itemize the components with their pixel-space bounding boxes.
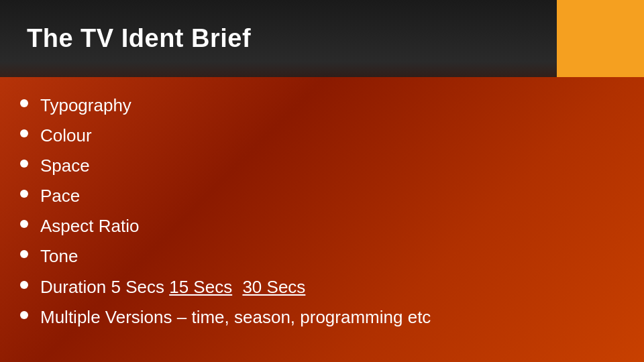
duration-link-30[interactable]: 30 Secs — [242, 277, 305, 297]
bullet-dot — [20, 220, 28, 228]
bullet-dot — [20, 190, 28, 198]
list-item-space: Space — [20, 154, 624, 178]
item-text: Aspect Ratio — [40, 215, 624, 238]
bullet-dot — [20, 129, 28, 137]
content-area: Typography Colour Space Pace Aspect Rati… — [20, 94, 624, 349]
item-text: Pace — [40, 184, 624, 208]
duration-text: Duration 5 Secs — [40, 277, 169, 297]
list-item-colour: Colour — [20, 124, 624, 147]
bullet-dot — [20, 250, 28, 258]
item-text: Duration 5 Secs 15 Secs 30 Secs — [40, 276, 624, 299]
list-item-aspect-ratio: Aspect Ratio — [20, 215, 624, 238]
list-item-duration: Duration 5 Secs 15 Secs 30 Secs — [20, 276, 624, 299]
bullet-dot — [20, 99, 28, 107]
item-text: Colour — [40, 124, 624, 147]
item-text: Typography — [40, 94, 624, 117]
list-item-typography: Typography — [20, 94, 624, 117]
item-text: Space — [40, 154, 624, 178]
list-item-tone: Tone — [20, 245, 624, 268]
page-title: The TV Ident Brief — [27, 24, 251, 53]
list-item-pace: Pace — [20, 184, 624, 208]
bullet-dot — [20, 311, 28, 319]
header-bar: The TV Ident Brief — [0, 0, 557, 77]
accent-rectangle — [557, 0, 644, 77]
item-text: Multiple Versions – time, season, progra… — [40, 306, 624, 329]
bullet-dot — [20, 281, 28, 289]
bullet-list: Typography Colour Space Pace Aspect Rati… — [20, 94, 624, 329]
item-text: Tone — [40, 245, 624, 268]
bullet-dot — [20, 160, 28, 168]
duration-link-15[interactable]: 15 Secs — [169, 277, 232, 297]
list-item-multiple-versions: Multiple Versions – time, season, progra… — [20, 306, 624, 329]
